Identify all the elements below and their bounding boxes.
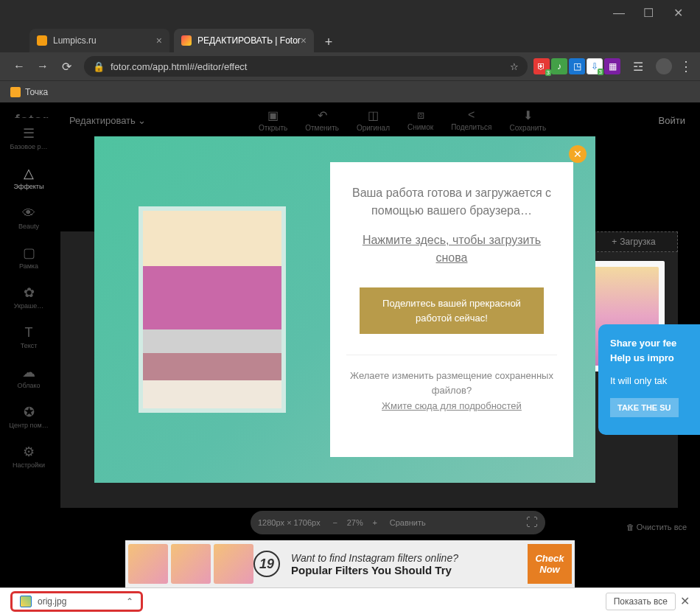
bookmark-item[interactable]: Точка <box>25 87 48 97</box>
tab-label: РЕДАКТИРОВАТЬ | Fotor <box>197 35 301 46</box>
window-maximize[interactable]: ☐ <box>634 2 663 24</box>
modal-heading: Ваша работа готова и загружается с помощ… <box>346 184 557 220</box>
download-modal: ✕ Ваша работа готова и загружается с пом… <box>94 136 595 483</box>
close-tab-icon[interactable]: × <box>156 35 162 46</box>
file-name: orig.jpg <box>38 596 66 607</box>
url-text: fotor.com/app.html#/editor/effect <box>111 61 247 72</box>
tab-label: Lumpics.ru <box>53 35 97 46</box>
tab-lumpics[interactable]: Lumpics.ru × <box>29 29 169 52</box>
window-minimize[interactable]: — <box>604 2 634 24</box>
divider <box>346 355 557 355</box>
window-titlebar: — ☐ ✕ <box>0 0 700 26</box>
share-work-button[interactable]: Поделитесь вашей прекрасной работой сейч… <box>360 287 544 334</box>
feedback-heading: Share your feeHelp us impro <box>610 336 700 365</box>
file-icon <box>20 596 32 607</box>
result-image <box>139 206 286 413</box>
profile-avatar[interactable] <box>656 58 672 74</box>
download-again-link[interactable]: Нажмите здесь, чтобы загрузить снова <box>346 231 557 267</box>
show-all-button[interactable]: Показать все <box>606 593 676 610</box>
feedback-text: It will only tak <box>610 375 700 386</box>
lock-icon: 🔒 <box>93 61 105 72</box>
reload-button[interactable]: ⟳ <box>55 55 78 78</box>
back-button[interactable]: ← <box>7 55 31 78</box>
modal-content-pane: Ваша работа готова и загружается с помощ… <box>330 162 573 457</box>
close-tab-icon[interactable]: × <box>301 35 307 46</box>
reading-list-icon[interactable]: ☲ <box>626 55 650 78</box>
extension-icon[interactable]: ⇩3 <box>587 58 603 74</box>
browser-tabs: Lumpics.ru × РЕДАКТИРОВАТЬ | Fotor × + <box>0 26 700 52</box>
extension-icon[interactable]: ◳ <box>569 58 585 74</box>
extensions-area: ⛨3 ♪ ◳ ⇩3 ▦ ☲ ⋮ <box>533 55 693 78</box>
url-field[interactable]: 🔒 fotor.com/app.html#/editor/effect ☆ <box>84 56 528 77</box>
modal-image-pane <box>94 206 330 413</box>
take-survey-button[interactable]: TAKE THE SU <box>610 398 679 417</box>
extension-icon[interactable]: ⛨3 <box>533 58 550 74</box>
modal-question: Желаете изменить размещение сохраненных … <box>346 369 557 397</box>
window-close[interactable]: ✕ <box>663 2 693 24</box>
tab-fotor[interactable]: РЕДАКТИРОВАТЬ | Fotor × <box>174 29 314 52</box>
favicon-icon <box>181 35 192 46</box>
download-bar: orig.jpg ⌃ Показать все ✕ <box>0 587 700 614</box>
chevron-up-icon[interactable]: ⌃ <box>126 596 133 607</box>
extension-icon[interactable]: ▦ <box>604 58 620 74</box>
download-file[interactable]: orig.jpg ⌃ <box>10 591 143 612</box>
browser-menu-icon[interactable]: ⋮ <box>679 58 693 74</box>
badge-count: 3 <box>545 69 551 76</box>
ad-text-2: Popular Filters You Should Try <box>291 564 528 576</box>
favicon-icon <box>37 35 47 46</box>
feedback-widget[interactable]: Share your feeHelp us impro It will only… <box>598 324 700 435</box>
close-modal-button[interactable]: ✕ <box>569 145 587 163</box>
extension-icon[interactable]: ♪ <box>551 58 567 74</box>
badge-count: 3 <box>598 69 603 75</box>
new-tab-button[interactable]: + <box>318 32 339 52</box>
modal-overlay: ✕ Ваша работа готова и загружается с пом… <box>0 100 700 561</box>
forward-button[interactable]: → <box>31 55 55 78</box>
close-downloadbar-button[interactable]: ✕ <box>680 594 690 608</box>
folder-icon <box>10 87 21 97</box>
star-icon[interactable]: ☆ <box>510 61 519 72</box>
details-link[interactable]: Жмите сюда для подробностей <box>382 399 522 414</box>
address-bar: ← → ⟳ 🔒 fotor.com/app.html#/editor/effec… <box>0 52 700 80</box>
